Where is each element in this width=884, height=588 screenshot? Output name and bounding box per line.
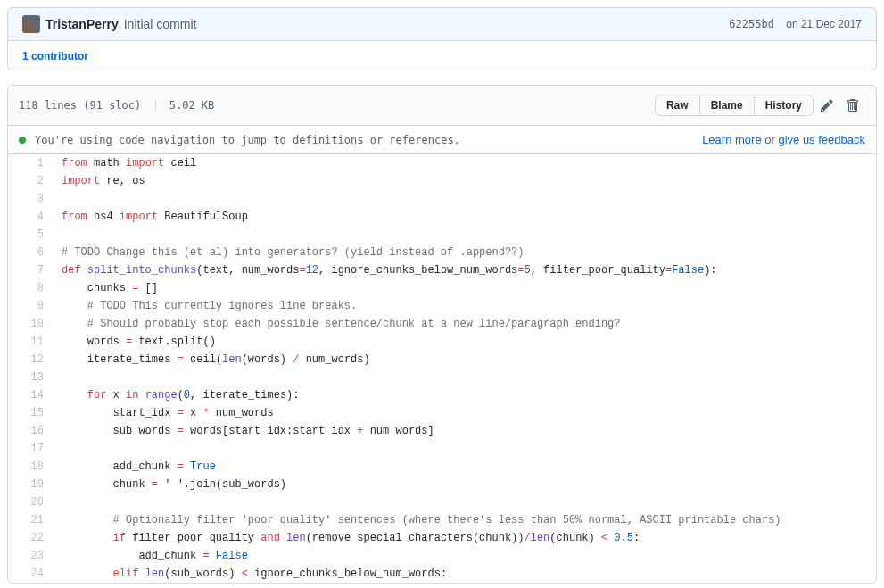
code-row: 18 add_chunk = True	[8, 458, 876, 476]
line-number[interactable]: 3	[8, 190, 53, 208]
line-number[interactable]: 19	[8, 476, 53, 493]
code-line[interactable]: # TODO Change this (et al) into generato…	[53, 244, 876, 261]
code-line[interactable]: import re, os	[53, 172, 876, 190]
code-row: 1from math import ceil	[8, 154, 876, 172]
code-row: 4from bs4 import BeautifulSoup	[8, 208, 876, 226]
code-row: 16 sub_words = words[start_idx:start_idx…	[8, 422, 876, 440]
line-number[interactable]: 1	[8, 154, 53, 172]
code-line[interactable]: from math import ceil	[53, 154, 876, 172]
code-line[interactable]: start_idx = x * num_words	[53, 404, 876, 422]
code-nav-banner: You're using code navigation to jump to …	[8, 126, 876, 154]
line-number[interactable]: 11	[8, 333, 53, 351]
code-row: 11 words = text.split()	[8, 333, 876, 351]
code-nav-text: You're using code navigation to jump to …	[35, 134, 460, 146]
line-number[interactable]: 21	[8, 511, 53, 529]
code-line[interactable]	[53, 493, 876, 511]
code-row: 21 # Optionally filter 'poor quality' se…	[8, 511, 876, 529]
code-row: 5	[8, 226, 876, 244]
line-number[interactable]: 6	[8, 244, 53, 261]
line-number[interactable]: 20	[8, 493, 53, 511]
code-nav-links: Learn more or give us feedback	[702, 133, 865, 146]
code-row: 10 # Should probably stop each possible …	[8, 315, 876, 333]
line-number[interactable]: 16	[8, 422, 53, 440]
line-number[interactable]: 15	[8, 404, 53, 422]
code-line[interactable]: iterate_times = ceil(len(words) / num_wo…	[53, 351, 876, 369]
line-number[interactable]: 22	[8, 529, 53, 547]
code-row: 9 # TODO This currently ignores line bre…	[8, 297, 876, 315]
code-row: 24 elif len(sub_words) < ignore_chunks_b…	[8, 565, 876, 583]
line-number[interactable]: 10	[8, 315, 53, 333]
code-row: 13	[8, 369, 876, 386]
code-row: 3	[8, 190, 876, 208]
blame-button[interactable]: Blame	[699, 95, 754, 116]
code-row: 6# TODO Change this (et al) into generat…	[8, 244, 876, 261]
file-info: 118 lines (91 sloc) 5.02 KB	[19, 99, 214, 112]
author-link[interactable]: TristanPerry	[45, 17, 119, 31]
code-row: 15 start_idx = x * num_words	[8, 404, 876, 422]
line-number[interactable]: 18	[8, 458, 53, 476]
code-line[interactable]: words = text.split()	[53, 333, 876, 351]
code-line[interactable]: # Optionally filter 'poor quality' sente…	[53, 511, 876, 529]
line-number[interactable]: 9	[8, 297, 53, 315]
code-row: 12 iterate_times = ceil(len(words) / num…	[8, 351, 876, 369]
edit-icon[interactable]	[814, 93, 840, 118]
line-number[interactable]: 8	[8, 279, 53, 297]
line-number[interactable]: 23	[8, 547, 53, 565]
code-line[interactable]	[53, 190, 876, 208]
commit-header: TristanPerry Initial commit 62255bd on 2…	[8, 8, 876, 40]
commit-box: TristanPerry Initial commit 62255bd on 2…	[7, 7, 877, 70]
line-number[interactable]: 13	[8, 369, 53, 386]
commit-date: on 21 Dec 2017	[786, 18, 862, 30]
code-line[interactable]	[53, 440, 876, 458]
code-line[interactable]: sub_words = words[start_idx:start_idx + …	[53, 422, 876, 440]
line-number[interactable]: 7	[8, 261, 53, 279]
divider	[155, 99, 156, 112]
line-number[interactable]: 4	[8, 208, 53, 226]
code-row: 2import re, os	[8, 172, 876, 190]
line-number[interactable]: 14	[8, 386, 53, 404]
learn-more-link[interactable]: Learn more	[702, 133, 761, 146]
code-line[interactable]: def split_into_chunks(text, num_words=12…	[53, 261, 876, 279]
code-line[interactable]: if filter_poor_quality and len(remove_sp…	[53, 529, 876, 547]
code-row: 17	[8, 440, 876, 458]
file-size: 5.02 KB	[169, 99, 215, 112]
code-row: 7def split_into_chunks(text, num_words=1…	[8, 261, 876, 279]
code-row: 14 for x in range(0, iterate_times):	[8, 386, 876, 404]
history-button[interactable]: History	[754, 95, 814, 116]
file-actions: Raw Blame History	[655, 93, 865, 118]
raw-button[interactable]: Raw	[655, 95, 699, 116]
code-line[interactable]: add_chunk = True	[53, 458, 876, 476]
code-line[interactable]	[53, 226, 876, 244]
code-line[interactable]: # TODO This currently ignores line break…	[53, 297, 876, 315]
line-number[interactable]: 17	[8, 440, 53, 458]
code-line[interactable]: from bs4 import BeautifulSoup	[53, 208, 876, 226]
line-number[interactable]: 5	[8, 226, 53, 244]
code-line[interactable]: chunks = []	[53, 279, 876, 297]
code-line[interactable]: # Should probably stop each possible sen…	[53, 315, 876, 333]
code-row: 23 add_chunk = False	[8, 547, 876, 565]
commit-message[interactable]: Initial commit	[124, 17, 197, 31]
code-table: 1from math import ceil2import re, os34fr…	[8, 154, 876, 583]
lines-count: 118 lines (91 sloc)	[19, 99, 141, 112]
code-row: 8 chunks = []	[8, 279, 876, 297]
line-number[interactable]: 2	[8, 172, 53, 190]
code-line[interactable]: add_chunk = False	[53, 547, 876, 565]
avatar[interactable]	[22, 15, 40, 33]
code-row: 19 chunk = ' '.join(sub_words)	[8, 476, 876, 493]
line-number[interactable]: 12	[8, 351, 53, 369]
delete-icon[interactable]	[840, 93, 865, 118]
file-box: 118 lines (91 sloc) 5.02 KB Raw Blame Hi…	[7, 85, 877, 584]
feedback-link[interactable]: give us feedback	[778, 133, 865, 146]
button-group: Raw Blame History	[655, 95, 814, 116]
line-number[interactable]: 24	[8, 565, 53, 583]
code-line[interactable]	[53, 369, 876, 386]
or-text: or	[762, 133, 779, 146]
commit-sha[interactable]: 62255bd	[729, 18, 774, 30]
code-row: 22 if filter_poor_quality and len(remove…	[8, 529, 876, 547]
file-header: 118 lines (91 sloc) 5.02 KB Raw Blame Hi…	[8, 86, 876, 126]
code-line[interactable]: chunk = ' '.join(sub_words)	[53, 476, 876, 493]
contributors-link[interactable]: 1 contributor	[22, 50, 88, 62]
code-line[interactable]: elif len(sub_words) < ignore_chunks_belo…	[53, 565, 876, 583]
code-line[interactable]: for x in range(0, iterate_times):	[53, 386, 876, 404]
contributors-bar: 1 contributor	[8, 40, 876, 70]
